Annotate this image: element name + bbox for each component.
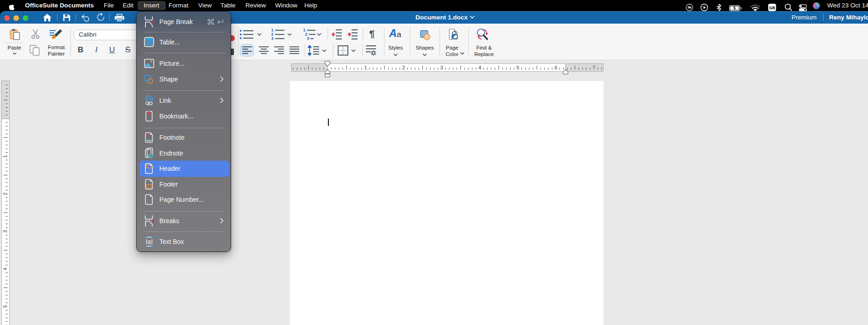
svg-text:5: 5: [516, 65, 519, 70]
svg-text:3: 3: [271, 36, 273, 40]
svg-text:2: 2: [3, 192, 8, 195]
svg-text:4: 4: [3, 268, 8, 270]
svg-text:3: 3: [3, 230, 8, 233]
svg-text:1: 1: [3, 155, 8, 157]
svg-text:1: 1: [146, 200, 149, 205]
svg-text:3: 3: [307, 36, 309, 40]
svg-text:1: 1: [364, 65, 367, 70]
svg-text:i: i: [150, 154, 151, 158]
svg-text:GB: GB: [769, 6, 775, 10]
svg-text:1: 1: [146, 133, 148, 137]
svg-text:5: 5: [3, 305, 8, 308]
svg-text:4: 4: [478, 65, 481, 70]
svg-text:3: 3: [440, 65, 443, 70]
svg-text:2: 2: [402, 65, 405, 70]
svg-text:6: 6: [554, 65, 557, 70]
svg-text:7: 7: [592, 65, 595, 70]
svg-text:a: a: [147, 238, 151, 245]
